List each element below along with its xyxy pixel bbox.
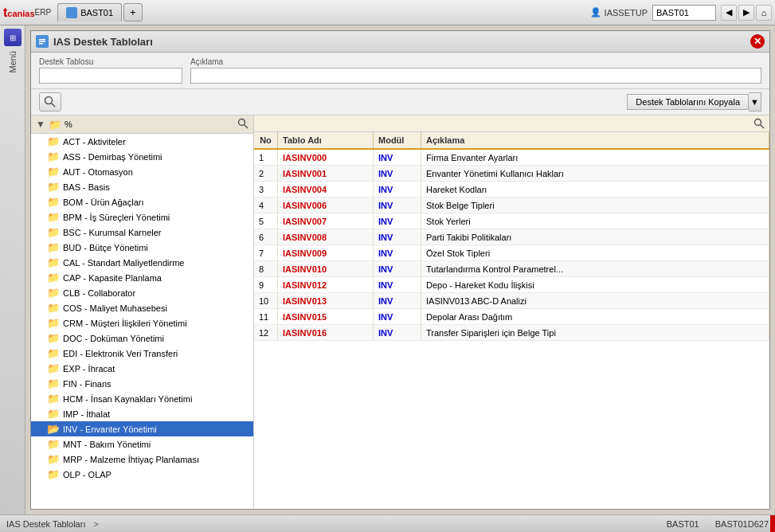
tree-item-label: DOC - Doküman Yönetimi <box>63 334 164 343</box>
table-row[interactable]: 3 IASINV004 INV Hareket Kodları <box>254 182 769 198</box>
home-button[interactable]: ⌂ <box>756 5 772 21</box>
sidebar-icon[interactable]: ⊞ <box>4 29 22 46</box>
folder-icon: 📁 <box>47 408 60 420</box>
tree-item[interactable]: 📁BSC - Kurumsal Karneler <box>31 225 253 240</box>
table-row[interactable]: 9 IASINV012 INV Depo - Hareket Kodu İliş… <box>254 277 769 293</box>
tree-item-label: ASS - Demirbaş Yönetimi <box>63 152 162 162</box>
folder-icon: 📁 <box>47 196 60 208</box>
folder-icon: 📁 <box>47 332 60 344</box>
tree-item[interactable]: 📁ASS - Demirbaş Yönetimi <box>31 149 253 164</box>
tree-item[interactable]: 📁IMP - İthalat <box>31 406 253 421</box>
destek-tablosu-input[interactable] <box>39 68 182 84</box>
forward-button[interactable]: ▶ <box>738 5 754 21</box>
tree-item[interactable]: 📁FIN - Finans <box>31 376 253 391</box>
tree-item-label: IMP - İthalat <box>63 409 110 419</box>
ias-title-icon <box>36 35 49 48</box>
tree-item[interactable]: 📂INV - Envanter Yönetimi <box>31 421 253 436</box>
tree-search-icon[interactable] <box>237 118 249 131</box>
folder-icon: 📁 <box>47 347 60 359</box>
table-row[interactable]: 5 IASINV007 INV Stok Yerleri <box>254 213 769 229</box>
cell-tablo: IASINV016 <box>278 325 374 340</box>
tree-item[interactable]: 📁HCM - İnsan Kaynakları Yönetimi <box>31 391 253 406</box>
cell-no: 12 <box>254 325 278 340</box>
sidebar-menu: ⊞ Menü <box>0 25 25 514</box>
tree-collapse-icon[interactable]: ▼ <box>36 119 45 130</box>
cell-aciklama: Hareket Kodları <box>421 182 769 197</box>
cell-tablo: IASINV007 <box>278 213 374 229</box>
tree-item[interactable]: 📁CLB - Collaborator <box>31 285 253 300</box>
table-row[interactable]: 1 IASINV000 INV Firma Envanter Ayarları <box>254 150 769 166</box>
folder-icon: 📁 <box>47 272 60 284</box>
folder-icon: 📁 <box>47 287 60 299</box>
tree-item[interactable]: 📁CAP - Kapasite Planlama <box>31 270 253 285</box>
cell-modul: INV <box>374 166 421 181</box>
folder-icon: 📁 <box>47 135 60 147</box>
tree-item[interactable]: 📁CAL - Standart Maliyetlendirme <box>31 255 253 270</box>
folder-icon: 📁 <box>47 241 60 253</box>
tree-item-label: MNT - Bakım Yönetimi <box>63 440 151 449</box>
ias-title-bar: IAS Destek Tabloları ✕ <box>31 31 769 53</box>
cell-no: 10 <box>254 293 278 308</box>
toolbar-icons: ◀ ▶ ⌂ <box>721 5 772 21</box>
right-panel: No Tablo Adı Modül Açıklama 1 IASINV000 … <box>254 115 769 509</box>
cell-tablo: IASINV008 <box>278 229 374 244</box>
tree-item[interactable]: 📁BPM - İş Süreçleri Yönetimi <box>31 209 253 225</box>
tree-item[interactable]: 📁BAS - Basis <box>31 179 253 194</box>
tree-item[interactable]: 📁DOC - Doküman Yönetimi <box>31 331 253 346</box>
copy-btn-group: Destek Tablolarını Kopyala ▼ <box>627 92 761 111</box>
col-header-modul: Modül <box>374 132 421 148</box>
copy-dropdown-arrow[interactable]: ▼ <box>749 92 761 111</box>
tab-icon <box>66 7 77 18</box>
cell-aciklama: Stok Yerleri <box>421 213 769 229</box>
table-row[interactable]: 10 IASINV013 INV IASINV013 ABC-D Analizi <box>254 293 769 309</box>
folder-icon: 📁 <box>47 211 60 223</box>
tree-item[interactable]: 📁EDI - Elektronik Veri Transferi <box>31 346 253 361</box>
cell-modul: INV <box>374 261 421 276</box>
cell-no: 2 <box>254 166 278 181</box>
aciklama-field: Açıklama <box>190 57 761 84</box>
tree-item[interactable]: 📁BUD - Bütçe Yönetimi <box>31 240 253 255</box>
back-button[interactable]: ◀ <box>721 5 737 21</box>
search-button[interactable] <box>39 92 61 111</box>
main-tab[interactable]: BAST01 <box>57 3 122 22</box>
table-row[interactable]: 6 IASINV008 INV Parti Takibi Politikalar… <box>254 229 769 245</box>
tree-item[interactable]: 📁ACT - Aktiviteler <box>31 134 253 149</box>
copy-tables-button[interactable]: Destek Tablolarını Kopyala <box>627 94 749 110</box>
cell-aciklama: Stok Belge Tipleri <box>421 198 769 213</box>
svg-line-9 <box>761 125 765 129</box>
tree-item[interactable]: 📁MRP - Malzeme İhtiyaç Planlaması <box>31 452 253 467</box>
folder-icon: 📁 <box>47 453 60 465</box>
table-row[interactable]: 7 IASINV009 INV Özel Stok Tipleri <box>254 245 769 261</box>
cell-tablo: IASINV015 <box>278 309 374 324</box>
table-row[interactable]: 8 IASINV010 INV Tutarlandırma Kontrol Pa… <box>254 261 769 277</box>
cell-tablo: IASINV009 <box>278 245 374 260</box>
table-row[interactable]: 12 IASINV016 INV Transfer Siparişleri iç… <box>254 325 769 341</box>
folder-icon: 📁 <box>47 226 60 238</box>
close-button[interactable]: ✕ <box>750 34 765 49</box>
tree-item-label: BOM - Ürün Ağaçları <box>63 198 143 207</box>
add-tab-button[interactable]: + <box>123 3 143 22</box>
svg-line-7 <box>245 125 249 129</box>
sidebar-label[interactable]: Menü <box>8 51 18 73</box>
table-row[interactable]: 4 IASINV006 INV Stok Belge Tipleri <box>254 198 769 213</box>
folder-icon: 📁 <box>47 181 60 193</box>
table-row[interactable]: 2 IASINV001 INV Envanter Yönetimi Kullan… <box>254 166 769 182</box>
tree-item-label: HCM - İnsan Kaynakları Yönetimi <box>63 394 192 404</box>
folder-icon: 📁 <box>47 166 60 178</box>
cell-modul: INV <box>374 213 421 229</box>
tree-item[interactable]: 📁OLP - OLAP <box>31 467 253 482</box>
table-row[interactable]: 11 IASINV015 INV Depolar Arası Dağıtım <box>254 309 769 325</box>
status-red-indicator <box>770 515 775 532</box>
tree-item[interactable]: 📁COS - Maliyet Muhasebesi <box>31 300 253 315</box>
aciklama-input[interactable] <box>190 68 761 84</box>
top-search-input[interactable] <box>652 5 716 21</box>
tree-item[interactable]: 📁MNT - Bakım Yönetimi <box>31 436 253 452</box>
tree-item[interactable]: 📁AUT - Otomasyon <box>31 164 253 179</box>
tree-item[interactable]: 📁BOM - Ürün Ağaçları <box>31 194 253 209</box>
tree-item[interactable]: 📁EXP - İhracat <box>31 361 253 376</box>
tree-item-label: FIN - Finans <box>63 379 112 389</box>
logo-area: tcaniasERP <box>3 6 51 20</box>
tree-item[interactable]: 📁CRM - Müşteri İlişkileri Yönetimi <box>31 315 253 331</box>
table-search-icon[interactable] <box>753 118 765 129</box>
cell-modul: INV <box>374 198 421 213</box>
